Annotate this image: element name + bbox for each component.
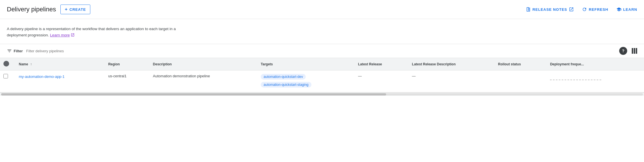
create-label: CREATE [70, 7, 86, 12]
row-name-cell: my-automation-demo-app-1 [14, 70, 104, 92]
filter-bar: Filter ? [0, 44, 644, 58]
row-description-cell: Automation demonstration pipeline [148, 70, 256, 92]
filter-icon [7, 48, 12, 53]
row-description-value: Automation demonstration pipeline [153, 74, 210, 78]
create-button[interactable]: + CREATE [60, 5, 90, 14]
row-latest-release-desc-cell: — [407, 70, 494, 92]
pipeline-name-link[interactable]: my-automation-demo-app-1 [19, 74, 64, 79]
page-header: Delivery pipelines + CREATE RELEASE NOTE… [0, 0, 644, 19]
page-title: Delivery pipelines [7, 6, 56, 13]
sort-arrow-icon: ↑ [30, 62, 32, 66]
learn-more-link[interactable]: Learn more [50, 32, 75, 38]
targets-list: automation-quickstart-dev automation-qui… [261, 74, 349, 89]
row-region-cell: us-central1 [104, 70, 148, 92]
refresh-icon [582, 7, 587, 12]
release-notes-label: RELEASE NOTES [533, 7, 567, 12]
th-deployment-frequency[interactable]: Deployment freque... [545, 58, 644, 70]
external-link-small-icon [569, 7, 574, 12]
target-chip-2[interactable]: automation-quickstart-staging [261, 82, 311, 88]
row-latest-release-value: — [358, 74, 362, 78]
th-latest-release-description[interactable]: Latest Release Description [407, 58, 494, 70]
help-label: ? [622, 49, 625, 53]
learn-label: LEARN [623, 7, 637, 12]
columns-button[interactable] [632, 48, 637, 54]
select-all-checkbox[interactable] [3, 61, 9, 67]
row-checkbox[interactable] [3, 74, 8, 78]
th-name[interactable]: Name ↑ [14, 58, 104, 70]
row-checkbox-cell [0, 70, 14, 92]
horizontal-scrollbar[interactable] [0, 92, 644, 96]
scrollbar-thumb[interactable] [1, 93, 386, 95]
plus-icon: + [65, 7, 68, 12]
row-region-value: us-central1 [108, 74, 127, 78]
th-description[interactable]: Description [148, 58, 256, 70]
filter-label: Filter [14, 49, 23, 53]
th-region[interactable]: Region [104, 58, 148, 70]
th-targets[interactable]: Targets [256, 58, 353, 70]
row-deployment-frequency-cell [545, 70, 644, 92]
table-header-row: Name ↑ Region Description Targets Latest… [0, 58, 644, 70]
description-text: A delivery pipeline is a representation … [7, 26, 178, 38]
header-actions: RELEASE NOTES REFRESH LEARN [526, 7, 637, 12]
graduation-cap-icon [616, 7, 621, 12]
table-container: Name ↑ Region Description Targets Latest… [0, 58, 644, 92]
deployment-frequency-chart [550, 76, 601, 80]
th-latest-release[interactable]: Latest Release [353, 58, 407, 70]
learn-more-label: Learn more [50, 32, 70, 38]
filter-input[interactable] [26, 49, 616, 53]
table-row: my-automation-demo-app-1 us-central1 Aut… [0, 70, 644, 92]
learn-button[interactable]: LEARN [616, 7, 637, 12]
learn-more-external-icon [71, 33, 75, 37]
row-latest-release-desc-value: — [412, 74, 416, 78]
document-external-icon [526, 7, 531, 12]
columns-icon [632, 48, 637, 54]
th-checkbox [0, 58, 14, 70]
description-section: A delivery pipeline is a representation … [0, 19, 644, 44]
refresh-label: REFRESH [589, 7, 608, 12]
release-notes-button[interactable]: RELEASE NOTES [526, 7, 574, 12]
th-rollout-status[interactable]: Rollout status [494, 58, 546, 70]
row-rollout-status-cell [494, 70, 546, 92]
target-chip-1[interactable]: automation-quickstart-dev [261, 74, 306, 80]
filter-button[interactable]: Filter [7, 48, 23, 53]
help-button[interactable]: ? [619, 47, 627, 55]
row-latest-release-cell: — [353, 70, 407, 92]
refresh-button[interactable]: REFRESH [582, 7, 608, 12]
row-targets-cell: automation-quickstart-dev automation-qui… [256, 70, 353, 92]
pipelines-table: Name ↑ Region Description Targets Latest… [0, 58, 644, 92]
scrollbar-track [1, 93, 643, 95]
filter-bar-actions: ? [619, 47, 637, 55]
